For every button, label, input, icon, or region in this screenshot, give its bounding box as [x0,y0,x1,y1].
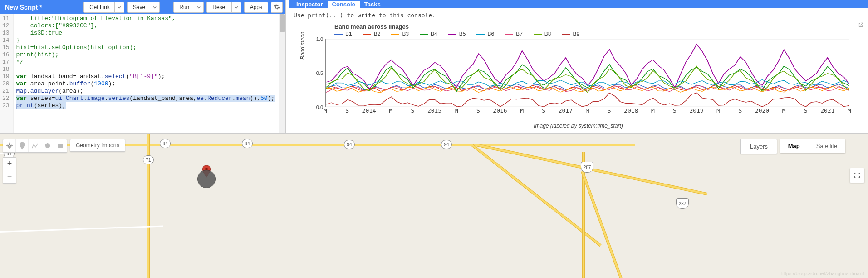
legend-item[interactable]: B4 [420,31,437,37]
chart-plot-area: Band mean 0.00.51.0 [325,39,849,107]
geometry-imports-button[interactable]: Geometry Imports [70,139,125,152]
road [581,171,624,278]
legend-item[interactable]: B7 [505,31,523,37]
get-link-button[interactable]: Get Link [83,2,124,13]
svg-rect-4 [58,144,63,148]
zoom-controls: + − [3,157,16,184]
tab-inspector[interactable]: Inspector [292,1,328,8]
polygon-tool[interactable] [41,139,54,152]
layers-button[interactable]: Layers [740,139,777,154]
code-editor-panel: New Script * Get Link Save Run [0,0,286,133]
code-content[interactable]: title:"Histogram of Elevation in Kansas"… [14,14,285,133]
rectangle-tool[interactable] [54,139,67,152]
legend-item[interactable]: B8 [534,31,551,37]
map-marker[interactable] [202,165,211,179]
line-gutter: 11121314151617181920212223 [0,14,14,133]
legend-item[interactable]: B3 [391,31,409,37]
chart-ylabel: Band mean [299,31,306,59]
map-type-switch: Map Satellite [780,139,845,153]
route-shield-us: 287 [676,198,689,209]
road-minor [0,225,163,233]
console-hint: Use print(...) to write to this console. [294,12,863,19]
chart-xaxis: MS2014MS2015MS2016MS2017MS2018MS2019MS20… [325,107,849,114]
chart: Band mean across images B1B2B3B4B5B6B7B8… [294,23,863,129]
console-panel: InspectorConsoleTasks Use print(...) to … [289,0,868,133]
save-button[interactable]: Save [127,2,160,13]
tab-tasks[interactable]: Tasks [360,1,385,8]
apps-button[interactable]: Apps [244,2,268,13]
legend-item[interactable]: B6 [476,31,494,37]
chevron-down-icon[interactable] [150,2,159,12]
zoom-in-button[interactable]: + [3,158,16,170]
legend-item[interactable]: B2 [363,31,381,37]
route-shield: 94 [242,139,253,148]
gear-icon [274,4,280,11]
editor-header: New Script * Get Link Save Run [0,0,285,14]
chevron-down-icon[interactable] [194,2,203,12]
chart-legend: B1B2B3B4B5B6B7B8B9 [334,31,863,37]
route-shield: 94 [441,140,452,149]
tab-console[interactable]: Console [328,1,360,8]
map-type-map[interactable]: Map [780,139,808,153]
drawing-tools [3,139,67,153]
fullscreen-icon [853,172,861,179]
reset-button[interactable]: Reset [206,2,241,13]
route-shield: 94 [160,139,171,148]
line-tool[interactable] [29,139,41,152]
legend-item[interactable]: B5 [448,31,466,37]
chart-title: Band mean across images [334,23,863,30]
zoom-out-button[interactable]: − [3,170,16,183]
buffer-circle [197,170,216,188]
legend-item[interactable]: B1 [334,31,352,37]
route-shield: 71 [143,155,154,164]
watermark: https://blog.csdn.net/zhanghuanhuan1 [780,271,865,276]
chart-xlabel: Image (labeled by system:time_start) [294,123,863,129]
console-header: InspectorConsoleTasks [289,0,868,8]
map[interactable]: 94 94 94 94 71 94 287 287 Geometry Impor… [0,133,868,278]
settings-button[interactable] [271,2,283,13]
run-button[interactable]: Run [173,2,204,13]
script-title: New Script * [3,4,42,11]
fullscreen-button[interactable] [850,168,864,183]
route-shield: 94 [344,140,355,149]
chevron-down-icon[interactable] [231,2,241,12]
point-tool[interactable] [16,139,29,152]
editor-scrollbar[interactable] [279,14,285,133]
legend-item[interactable]: B9 [562,31,580,37]
code-area[interactable]: 11121314151617181920212223 title:"Histog… [0,14,285,133]
chevron-down-icon[interactable] [114,2,124,12]
map-type-satellite[interactable]: Satellite [808,139,845,153]
pan-tool[interactable] [3,139,16,152]
route-shield-us: 287 [581,162,593,173]
